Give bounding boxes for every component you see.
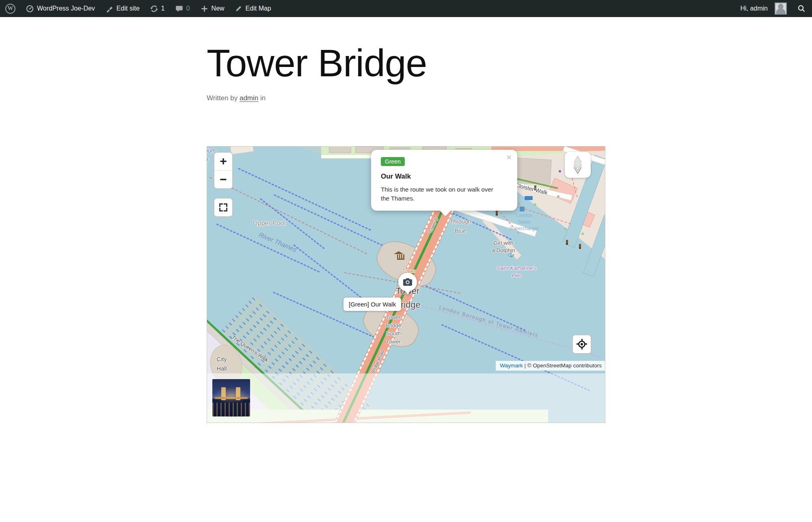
waymark-link[interactable]: Waymark [500,362,523,369]
update-icon [150,5,158,13]
ferry-route-line [216,223,320,272]
photo-marker[interactable] [398,273,417,298]
tree-dot [557,195,559,198]
route-type-badge: Green [381,157,405,166]
route-tooltip: [Green] Our Walk [343,298,401,311]
map-label-borough: London Borough of Tower Hamlets [438,304,539,339]
charging-station-icon [520,207,525,211]
updates-menu[interactable]: 1 [145,0,170,17]
tree-dot [581,233,584,235]
zoom-control: + − [214,152,233,189]
map-shape-pier [230,146,254,155]
boundary-line [398,298,601,357]
route-popup: Green × Our Walk This is the route we to… [371,150,517,211]
brush-icon [106,5,113,13]
locate-icon [577,339,587,349]
zoom-in-button[interactable]: + [214,153,232,170]
comment-icon [175,5,183,13]
avatar [775,2,787,15]
locate-control [572,334,592,354]
dashboard-icon [26,5,34,13]
map-label-city-hall: City Hall [217,355,227,373]
author-link[interactable]: admin [240,94,258,102]
ferry-route-line [293,244,364,300]
layers-control[interactable] [565,152,591,178]
locate-button[interactable] [573,335,591,353]
edit-map-menu[interactable]: Edit Map [230,0,276,17]
map-label-girl-dolphin: Girl with a Dolphin [492,239,515,254]
fullscreen-control [214,198,233,217]
map-label-upper-pool: Upper Pool [253,220,285,227]
plus-icon [201,5,208,13]
fullscreen-icon [219,203,227,211]
popup-title: Our Walk [381,173,508,181]
museum-icon [397,255,404,260]
wordpress-logo-icon: W [5,4,15,14]
comments-count: 0 [186,5,190,12]
osm-credit: © OpenStreetMap contributors [527,362,602,369]
popup-close-button[interactable]: × [506,153,512,162]
edit-site-label: Edit site [117,5,140,12]
waymark-map[interactable]: ⚓ illennium ier Upper Pool River Thames … [207,146,605,423]
map-label-river-thames: River Thames [258,231,298,253]
site-name: WordPress Joe-Dev [37,5,95,12]
new-label: New [212,5,225,12]
map-label-through-blue: Through Blue [450,217,471,236]
photo-gallery-strip [207,373,605,423]
tree-dot [564,228,567,230]
edit-map-label: Edit Map [246,5,271,12]
comments-menu[interactable]: 0 [170,0,195,17]
wp-admin-bar: W WordPress Joe-Dev Edit site 1 0 New Ed… [0,0,812,17]
byline-suffix: in [260,94,266,102]
bed-icon [525,196,533,200]
page-title: Tower Bridge [207,43,605,84]
zoom-out-button[interactable]: − [214,170,232,188]
map-label-south-tower: Tower Bridge South Tower [385,313,401,346]
pencil-icon [235,5,242,12]
attribution-divider: | [524,362,526,369]
byline: Written by admin in [207,94,605,102]
site-menu[interactable]: WordPress Joe-Dev [21,0,100,17]
popup-description: This is the route we took on our walk ov… [381,185,503,203]
wp-logo-menu[interactable]: W [0,0,21,17]
greeting-text: Hi, admin [740,5,768,12]
fullscreen-button[interactable] [214,198,232,216]
gallery-thumbnail-tower-bridge[interactable] [212,379,250,416]
edit-site-menu[interactable]: Edit site [100,0,145,17]
search-toggle[interactable] [792,4,812,13]
garden-icon [559,170,561,173]
bollard-icon [566,240,568,245]
map-label-supercharger: London Tower Supercharger [510,212,539,232]
map-attribution: Waymark | © OpenStreetMap contributors [496,361,605,371]
account-menu[interactable]: Hi, admin [735,2,792,15]
map-label-pier: ier [207,156,209,163]
map-building [329,147,351,153]
bollard-icon [496,211,498,216]
bollard-icon [579,244,581,249]
search-icon [797,4,806,13]
new-content-menu[interactable]: New [195,0,230,17]
map-label-st-katharines-pier: Saint Katharine's Pier [497,265,536,279]
map-building [513,157,551,185]
museum-roof-icon [394,251,404,254]
updates-count: 1 [161,5,165,12]
byline-prefix: Written by [207,94,238,102]
camera-icon [403,278,412,287]
tree-dot [534,203,536,206]
